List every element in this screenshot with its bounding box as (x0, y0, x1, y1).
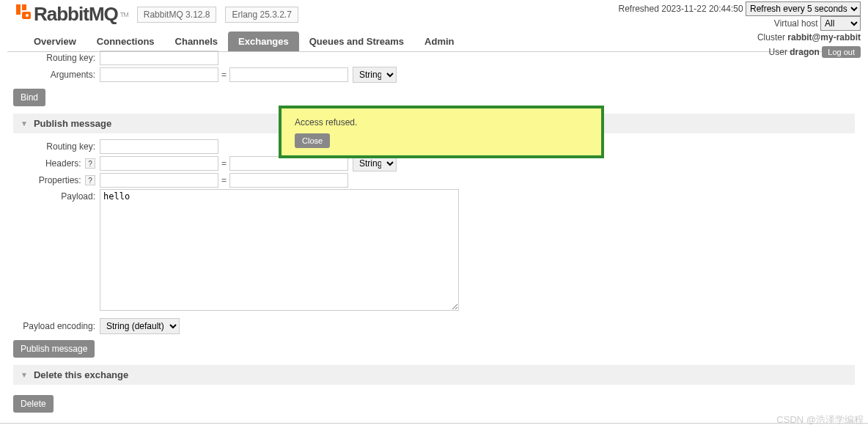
vhost-select[interactable]: All (820, 16, 861, 31)
rabbit-icon (15, 3, 32, 26)
logo-tm: TM (120, 11, 128, 18)
logo-text: RabbitMQ (34, 3, 118, 26)
encoding-label: Payload encoding: (13, 321, 100, 331)
payload-label: Payload: (13, 189, 100, 202)
encoding-select[interactable]: String (default) (100, 318, 180, 334)
watermark: CSDN @浩泽学编程 (776, 413, 864, 427)
binding-arg-value-input[interactable] (229, 67, 348, 82)
properties-help-icon[interactable]: ? (85, 175, 95, 185)
cluster-value: rabbit@my-rabbit (787, 32, 861, 43)
tab-overview[interactable]: Overview (23, 32, 87, 51)
equals-sign-3: = (221, 175, 227, 185)
header-value-input[interactable] (229, 156, 348, 171)
collapse-icon-2: ▼ (21, 371, 28, 379)
svg-rect-1 (22, 4, 26, 10)
cluster-label: Cluster (757, 32, 785, 43)
refreshed-time: 2023-11-22 20:44:50 (661, 4, 743, 14)
vhost-label: Virtual host (774, 18, 818, 29)
binding-routing-key-input[interactable] (100, 51, 218, 65)
bind-button[interactable]: Bind (13, 89, 45, 106)
equals-sign-2: = (221, 158, 227, 169)
erlang-badge: Erlang 25.3.2.7 (225, 7, 298, 23)
tab-admin[interactable]: Admin (414, 32, 464, 51)
logo: RabbitMQ TM (15, 3, 128, 26)
delete-section-header[interactable]: ▼ Delete this exchange (13, 365, 855, 385)
delete-section-title: Delete this exchange (34, 369, 128, 380)
delete-button[interactable]: Delete (13, 395, 54, 413)
equals-sign: = (221, 70, 227, 80)
property-key-input[interactable] (100, 173, 218, 188)
tab-connections[interactable]: Connections (87, 32, 165, 51)
logout-button[interactable]: Log out (822, 46, 861, 58)
svg-rect-0 (16, 4, 21, 15)
refresh-select[interactable]: Refresh every 5 seconds (746, 1, 861, 16)
svg-point-3 (26, 14, 29, 17)
payload-input[interactable] (100, 189, 459, 311)
headers-label: Headers: (45, 158, 81, 169)
alert-dialog: Access refused. Close (279, 106, 604, 158)
tab-channels[interactable]: Channels (165, 32, 229, 51)
publish-routing-key-input[interactable] (100, 139, 218, 154)
footer: HTTP API Documentation Tutorials New rel… (0, 423, 868, 428)
properties-label: Properties: (39, 175, 81, 185)
user-label: User (769, 47, 787, 57)
binding-routing-key-label: Routing key: (13, 53, 100, 63)
binding-arguments-label: Arguments: (13, 70, 100, 80)
binding-arg-type-select[interactable]: String (353, 67, 397, 83)
tab-exchanges[interactable]: Exchanges (228, 32, 299, 51)
binding-arg-key-input[interactable] (100, 67, 218, 82)
publish-button[interactable]: Publish message (13, 340, 95, 358)
header-key-input[interactable] (100, 156, 218, 171)
tab-queues[interactable]: Queues and Streams (299, 32, 414, 51)
version-badge: RabbitMQ 3.12.8 (137, 7, 217, 23)
refreshed-label: Refreshed (619, 4, 659, 14)
user-value: dragon (790, 47, 820, 57)
property-value-input[interactable] (229, 173, 348, 188)
collapse-icon: ▼ (21, 119, 28, 128)
publish-routing-key-label: Routing key: (13, 141, 100, 152)
alert-close-button[interactable]: Close (295, 133, 330, 148)
alert-message: Access refused. (295, 117, 588, 128)
publish-section-title: Publish message (34, 118, 111, 129)
headers-help-icon[interactable]: ? (85, 158, 95, 169)
